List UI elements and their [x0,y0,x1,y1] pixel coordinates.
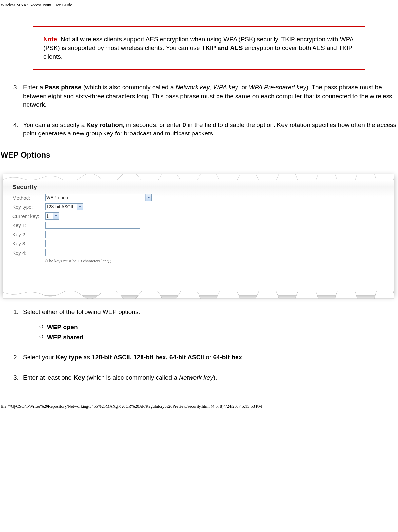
row-key4: Key 4: [12,249,388,256]
label-key3: Key 3: [12,240,45,247]
text-italic: WPA key [213,84,238,91]
sub-item-wep-shared: WEP shared [39,333,398,342]
text-bold: 0 [182,121,186,128]
text-italic: Network key [179,374,213,381]
sub-item-wep-open: WEP open [39,323,398,332]
key2-input[interactable] [45,231,140,238]
wep-step-1: Select either of the following WEP optio… [20,308,398,342]
main-ordered-list: Enter a Pass phrase (which is also commo… [20,83,398,138]
method-select[interactable] [45,194,152,201]
security-panel-screenshot: Security Method: Key type: Current key: [3,174,394,295]
currentkey-select-wrap[interactable] [45,212,59,220]
text: , in seconds, or enter [123,121,183,128]
chevron-down-icon[interactable] [53,213,59,219]
text: or [204,354,213,361]
security-panel: Security Method: Key type: Current key: [3,174,394,268]
text: Enter at least one [23,374,73,381]
text: Select either of the following WEP optio… [23,309,140,315]
row-key1: Key 1: [12,222,388,229]
key-length-hint: (The keys must be 13 characters long.) [45,258,388,264]
wep-ordered-list: Select either of the following WEP optio… [20,308,398,382]
chevron-down-icon[interactable] [145,194,151,201]
row-method: Method: [12,194,388,201]
text: Enter a [23,84,45,91]
key4-input[interactable] [45,249,140,256]
key3-input[interactable] [45,240,140,247]
text: You can also specify a [23,121,86,128]
text-italic: Network key [176,84,210,91]
screenshot-container: Security Method: Key type: Current key: [3,174,395,295]
label-keytype: Key type: [12,204,45,210]
text: (which is also commonly called a [82,84,176,91]
note-bold-mid: TKIP and AES [202,44,243,51]
text: , [210,84,213,91]
label-key2: Key 2: [12,231,45,238]
torn-edge-top [3,174,394,180]
text-bold: 64-bit hex [213,354,242,361]
wep-options-sublist: WEP open WEP shared [39,323,398,342]
text-bold: Pass phrase [45,84,82,91]
text-italic: WPA Pre-shared key [249,84,306,91]
keytype-select-wrap[interactable] [45,203,83,210]
page-header-title: Wireless MAXg Access Point User Guide [0,0,398,10]
row-keytype: Key type: [12,203,388,210]
text-bold: WEP shared [47,334,84,341]
text: ). [213,374,217,381]
text-bold: Key rotation [86,121,123,128]
method-select-wrap[interactable] [45,194,152,201]
row-key3: Key 3: [12,240,388,247]
text: Select your [23,354,56,361]
wep-options-heading: WEP Options [1,150,398,161]
wep-step-3: Enter at least one Key (which is also co… [20,373,398,382]
row-currentkey: Current key: [12,212,388,220]
row-key2: Key 2: [12,231,388,238]
note-label: Note [43,36,57,43]
torn-edge-bottom [3,291,394,299]
text: as [82,354,92,361]
step-4: You can also specify a Key rotation, in … [20,121,398,138]
label-key1: Key 1: [12,222,45,229]
label-currentkey: Current key: [12,213,45,220]
panel-title: Security [12,183,388,192]
label-method: Method: [12,194,45,201]
label-key4: Key 4: [12,249,45,256]
wep-step-2: Select your Key type as 128-bit ASCII, 1… [20,353,398,362]
key1-input[interactable] [45,222,140,229]
page-footer-path: file:///G|/CSO/T-Writer%20Repository/Net… [0,394,398,411]
text: . [242,354,244,361]
text-bold: WEP open [47,324,78,330]
text-bold: Key type [56,354,82,361]
text-bold: Key [73,374,85,381]
text: , or [238,84,249,91]
text-bold: 128-bit ASCII, 128-bit hex, 64-bit ASCII [92,354,204,361]
text: (which is also commonly called a [85,374,179,381]
step-3: Enter a Pass phrase (which is also commo… [20,83,398,109]
note-box: Note: Not all wireless clients support A… [33,26,365,70]
chevron-down-icon[interactable] [77,204,83,210]
